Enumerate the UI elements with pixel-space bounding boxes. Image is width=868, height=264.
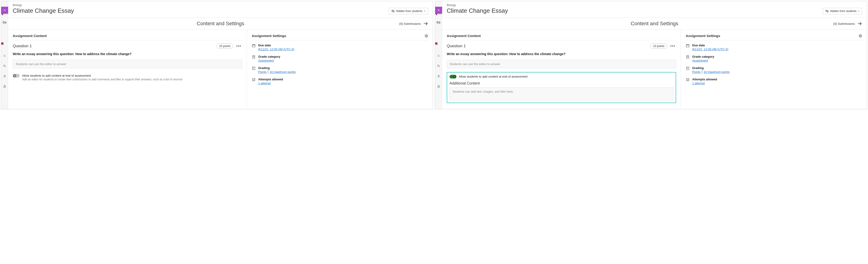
- grade-category-link[interactable]: Assignment: [692, 59, 708, 62]
- subheader-title: Content and Settings: [197, 21, 244, 27]
- settings-gear-button[interactable]: [859, 34, 862, 38]
- visibility-dropdown[interactable]: Hidden from students: [823, 8, 862, 14]
- close-icon: [3, 8, 6, 12]
- gear-icon: [425, 34, 428, 38]
- question-menu-button[interactable]: •••: [669, 44, 676, 49]
- page-title: Climate Change Essay: [447, 7, 508, 14]
- calendar-icon: [252, 43, 256, 48]
- grade-category-link[interactable]: Assignment: [258, 59, 274, 62]
- svg-point-19: [437, 65, 439, 66]
- left-rail: Co D: [435, 1, 442, 109]
- grading-points-link[interactable]: Points: [692, 70, 701, 74]
- answer-editor-placeholder[interactable]: Students can use the editor to answer: [13, 60, 242, 68]
- settings-heading: Assignment Settings: [686, 34, 862, 40]
- points-pill[interactable]: 10 points: [216, 43, 234, 49]
- toggle-description: Add an editor for students to create the…: [22, 78, 183, 82]
- document-icon: [686, 55, 690, 59]
- close-panel-button[interactable]: [1, 7, 8, 14]
- grading-points-link[interactable]: Points: [258, 70, 267, 74]
- content-column: Assignment Content Question 1 10 points …: [442, 30, 681, 109]
- grading-max-link[interactable]: 10 maximum points: [704, 70, 730, 74]
- rail-icon-search[interactable]: [1, 61, 8, 71]
- settings-heading: Assignment Settings: [252, 34, 428, 40]
- calendar-icon: [686, 43, 690, 48]
- rail-icon-search[interactable]: [435, 61, 442, 71]
- arrow-right-icon: [857, 21, 862, 26]
- setting-grading: Grading Points | 10 maximum points: [252, 66, 428, 74]
- points-pill[interactable]: 10 points: [650, 43, 668, 49]
- svg-rect-18: [252, 79, 255, 81]
- question-menu-button[interactable]: •••: [235, 44, 242, 49]
- document-icon: [252, 55, 256, 59]
- answer-editor-placeholder[interactable]: Students can use the editor to answer: [447, 60, 676, 68]
- page-title: Climate Change Essay: [13, 7, 74, 14]
- visibility-dropdown[interactable]: Hidden from students: [389, 8, 428, 14]
- svg-rect-3: [3, 86, 5, 87]
- arrow-right-icon: [423, 21, 428, 26]
- attempts-link[interactable]: 1 attempt: [692, 82, 705, 85]
- course-name: Biology: [13, 3, 74, 7]
- setting-grading: Grading Points | 10 maximum points: [686, 66, 862, 74]
- panel: Biology Climate Change Essay Hidden from…: [8, 1, 433, 109]
- settings-column: Assignment Settings Due date 8/11/21, 12…: [681, 30, 867, 109]
- allow-content-toggle[interactable]: [450, 75, 457, 79]
- additional-content-editor[interactable]: Students can add text, images, and files…: [450, 87, 673, 100]
- content-heading: Assignment Content: [13, 34, 242, 40]
- close-panel-button[interactable]: [435, 7, 442, 14]
- toggle-title: Allow students to add content at end of …: [459, 75, 528, 78]
- additional-content-highlight: Allow students to add content at end of …: [447, 72, 676, 103]
- subheader: Content and Settings (0) Submissions: [442, 18, 867, 30]
- grading-icon: [686, 66, 690, 70]
- setting-attempts: Attempts allowed 1 attempt: [686, 78, 862, 85]
- content-column: Assignment Content Question 1 10 points …: [8, 30, 247, 109]
- submissions-link[interactable]: (0) Submissions: [399, 21, 428, 26]
- rail-accent: [1, 42, 3, 45]
- svg-point-26: [860, 35, 861, 36]
- subheader-title: Content and Settings: [631, 21, 678, 27]
- settings-gear-button[interactable]: [425, 34, 428, 38]
- content-heading: Assignment Content: [447, 34, 676, 40]
- toggle-title: Allow students to add content at end of …: [22, 74, 183, 77]
- question-label: Question 1: [447, 44, 466, 49]
- hidden-icon: [392, 9, 395, 13]
- svg-point-2: [4, 75, 5, 76]
- svg-rect-22: [437, 86, 439, 87]
- rail-icon-user[interactable]: [435, 71, 442, 81]
- course-name: Biology: [447, 3, 508, 7]
- question-prompt: Write an essay answering this question: …: [13, 52, 242, 57]
- svg-line-1: [5, 66, 5, 67]
- allow-content-toggle[interactable]: [13, 74, 20, 78]
- chevron-down-icon: [858, 10, 860, 12]
- rail-label-d: D: [1, 51, 8, 61]
- close-icon: [437, 8, 440, 12]
- checkbox-icon: [686, 78, 690, 82]
- app-frame-right: Co D Biology Climate Change Essay Hidden…: [435, 1, 867, 109]
- header: Biology Climate Change Essay Hidden from…: [442, 1, 867, 18]
- app-frame-left: Co D Biology Climate Change Essay Hidden…: [1, 1, 433, 109]
- setting-grade-category: Grade category Assignment: [686, 55, 862, 62]
- hidden-icon: [826, 9, 829, 13]
- chevron-down-icon: [424, 10, 426, 12]
- question-prompt: Write an essay answering this question: …: [447, 52, 676, 57]
- panel: Biology Climate Change Essay Hidden from…: [442, 1, 867, 109]
- submissions-link[interactable]: (0) Submissions: [833, 21, 862, 26]
- gear-icon: [859, 34, 862, 38]
- additional-content-heading: Additional Content: [450, 81, 480, 85]
- due-date-link[interactable]: 8/11/21, 12:00 AM (UTC-5): [258, 48, 294, 51]
- setting-attempts: Attempts allowed 1 attempt: [252, 78, 428, 85]
- grading-max-link[interactable]: 10 maximum points: [270, 70, 296, 74]
- due-date-link[interactable]: 8/11/21, 12:00 AM (UTC-5): [692, 48, 728, 51]
- rail-label-co: Co: [1, 18, 8, 28]
- attempts-link[interactable]: 1 attempt: [258, 82, 271, 85]
- rail-icon-lock[interactable]: [435, 81, 442, 91]
- svg-rect-8: [252, 45, 255, 47]
- svg-rect-37: [686, 79, 689, 81]
- svg-rect-27: [686, 45, 689, 47]
- subheader: Content and Settings (0) Submissions: [8, 18, 433, 30]
- svg-point-7: [426, 35, 427, 36]
- rail-icon-user[interactable]: [1, 71, 8, 81]
- svg-point-0: [3, 65, 5, 66]
- rail-label-d: D: [435, 51, 442, 61]
- rail-icon-lock[interactable]: [1, 81, 8, 91]
- checkbox-icon: [252, 78, 256, 82]
